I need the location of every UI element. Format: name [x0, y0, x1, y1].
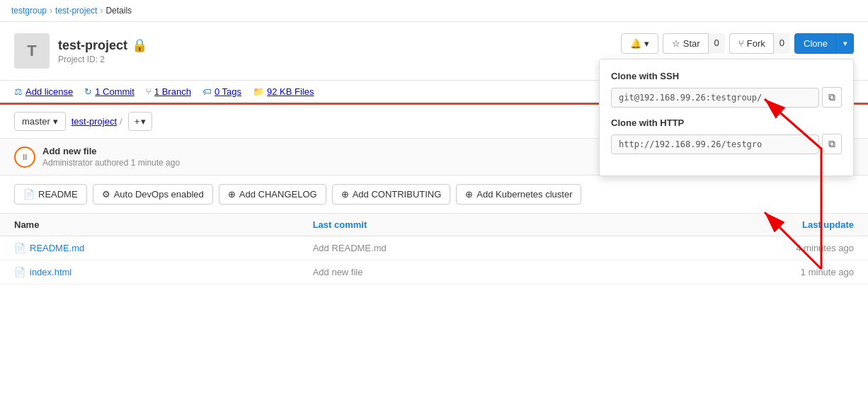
fork-group: ⑂ Fork 0: [729, 33, 790, 54]
add-caret-icon: ▾: [141, 116, 146, 127]
project-info: T test-project 🔒 Project ID: 2: [14, 33, 147, 69]
commit-info: Add new file Administrator authored 1 mi…: [42, 146, 180, 168]
pause-icon: ⏸: [21, 152, 29, 162]
file-name-cell: 📄 README.md: [0, 236, 299, 260]
file-icon: 📄: [14, 267, 25, 277]
add-k8s-button[interactable]: ⊕ Add Kubernetes cluster: [456, 184, 581, 205]
lock-icon: 🔒: [132, 38, 147, 53]
add-file-button[interactable]: + ▾: [128, 112, 153, 131]
table-row: 📄 index.html Add new file 1 minute ago: [0, 260, 868, 284]
plus-icon: +: [135, 116, 140, 127]
star-count: 0: [708, 33, 725, 54]
notify-caret: ▾: [644, 38, 649, 49]
ssh-copy-button[interactable]: ⧉: [822, 87, 842, 108]
files-icon: 📁: [253, 86, 264, 97]
http-input-row: ⧉: [611, 134, 842, 154]
add-license-link[interactable]: Add license: [25, 86, 73, 97]
branches-link[interactable]: 1 Branch: [154, 86, 191, 97]
files-meta: 📁 92 KB Files: [253, 86, 314, 97]
add-changelog-button[interactable]: ⊕ Add CHANGELOG: [219, 184, 326, 205]
commit-icon: ↻: [84, 86, 92, 97]
commit-left: ⏸ Add new file Administrator authored 1 …: [14, 146, 180, 168]
add-icon-3: ⊕: [465, 189, 473, 200]
tags-meta: 🏷 0 Tags: [202, 86, 241, 97]
http-input[interactable]: [611, 134, 819, 154]
bell-icon: 🔔: [630, 38, 641, 49]
ssh-title: Clone with SSH: [611, 71, 842, 81]
commit-author-time: Administrator authored 1 minute ago: [42, 158, 180, 168]
add-license: ⚖ Add license: [14, 86, 73, 97]
fork-count: 0: [773, 33, 790, 54]
file-link[interactable]: 📄 README.md: [14, 243, 285, 253]
fork-label: Fork: [747, 38, 765, 49]
add-icon-1: ⊕: [228, 189, 236, 200]
file-name: README.md: [30, 243, 84, 253]
file-table-header: Name Last commit Last update: [0, 214, 868, 236]
table-row: 📄 README.md Add README.md 4 minutes ago: [0, 236, 868, 260]
project-name: test-project: [58, 38, 127, 53]
http-title: Clone with HTTP: [611, 117, 842, 128]
ssh-input-row: ⧉: [611, 87, 842, 108]
breadcrumb-group[interactable]: testgroup: [11, 6, 47, 16]
file-icon: 📄: [14, 243, 25, 253]
readme-button[interactable]: 📄 README: [14, 184, 87, 205]
branches-meta: ⑂ 1 Branch: [146, 86, 191, 97]
col-name: Name: [0, 214, 299, 236]
readme-label: README: [38, 189, 78, 200]
notify-button[interactable]: 🔔 ▾: [621, 33, 658, 54]
commit-avatar: ⏸: [14, 146, 35, 168]
add-icon-2: ⊕: [341, 189, 349, 200]
project-header: T test-project 🔒 Project ID: 2 🔔 ▾ ☆ Sta…: [0, 22, 868, 81]
breadcrumb-project[interactable]: test-project: [55, 6, 97, 16]
files-link[interactable]: 92 KB Files: [267, 86, 314, 97]
star-button[interactable]: ☆ Star: [663, 33, 709, 54]
col-commit: Last commit: [299, 214, 607, 236]
ssh-input[interactable]: [611, 88, 819, 108]
star-label: Star: [683, 38, 700, 49]
devops-label: Auto DevOps enabled: [114, 189, 204, 200]
commit-message: Add new file: [42, 146, 180, 156]
project-details: test-project 🔒 Project ID: 2: [58, 38, 147, 64]
branch-selector[interactable]: master ▾: [14, 112, 66, 131]
add-contributing-button[interactable]: ⊕ Add CONTRIBUTING: [332, 184, 451, 205]
fork-button[interactable]: ⑂ Fork: [729, 33, 774, 54]
clone-caret-button[interactable]: ▾: [837, 33, 854, 54]
k8s-label: Add Kubernetes cluster: [476, 189, 572, 200]
path-slash: /: [120, 116, 122, 127]
file-name-cell: 📄 index.html: [0, 260, 299, 284]
branch-caret-icon: ▾: [53, 116, 58, 127]
clone-dropdown: Clone with SSH ⧉ Clone with HTTP ⧉: [599, 59, 854, 176]
branch-name: master: [22, 116, 50, 127]
commits-link[interactable]: 1 Commit: [95, 86, 135, 97]
file-table-body: 📄 README.md Add README.md 4 minutes ago …: [0, 236, 868, 284]
file-update-cell: 1 minute ago: [607, 260, 868, 284]
breadcrumb: testgroup › test-project › Details: [0, 0, 868, 22]
file-name: index.html: [30, 267, 72, 277]
file-update-cell: 4 minutes ago: [607, 236, 868, 260]
file-commit-cell: Add new file: [299, 260, 607, 284]
changelog-label: Add CHANGELOG: [239, 189, 317, 200]
readme-icon: 📄: [23, 189, 35, 200]
breadcrumb-current: Details: [105, 6, 132, 16]
clone-button-group: Clone ▾ Clone with SSH ⧉ Clone with HTTP…: [794, 33, 854, 54]
gear-icon: ⚙: [102, 189, 110, 200]
star-group: ☆ Star 0: [663, 33, 725, 54]
col-update: Last update: [607, 214, 868, 236]
devops-button[interactable]: ⚙ Auto DevOps enabled: [93, 184, 213, 205]
license-icon: ⚖: [14, 86, 23, 97]
branch-icon: ⑂: [146, 86, 152, 97]
tags-link[interactable]: 0 Tags: [215, 86, 241, 97]
file-table: Name Last commit Last update 📄 README.md…: [0, 214, 868, 284]
avatar: T: [14, 33, 50, 69]
clone-button[interactable]: Clone: [794, 33, 837, 54]
tag-icon: 🏷: [202, 86, 212, 97]
path-link[interactable]: test-project: [72, 116, 117, 127]
path-nav: test-project /: [72, 116, 122, 127]
commits-meta: ↻ 1 Commit: [84, 86, 135, 97]
fork-icon: ⑂: [738, 38, 744, 49]
header-actions: 🔔 ▾ ☆ Star 0 ⑂ Fork 0 Clo: [621, 33, 854, 54]
contributing-label: Add CONTRIBUTING: [353, 189, 442, 200]
file-commit-cell: Add README.md: [299, 236, 607, 260]
http-copy-button[interactable]: ⧉: [822, 134, 842, 154]
file-link[interactable]: 📄 index.html: [14, 267, 285, 277]
